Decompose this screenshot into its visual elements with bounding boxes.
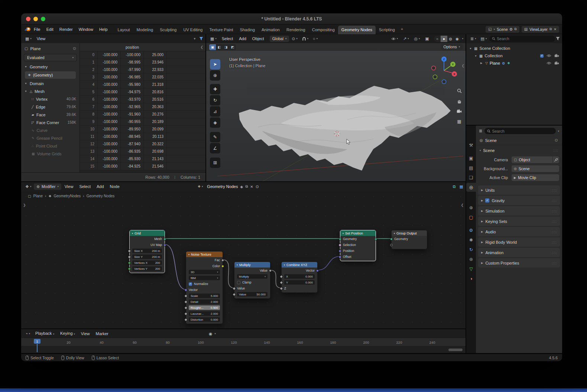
tool-transform[interactable]: ◈ bbox=[210, 117, 220, 128]
row-filter-icon[interactable]: ▼ bbox=[193, 37, 196, 41]
collapse-icon[interactable]: ▾ bbox=[343, 232, 344, 234]
select-mode-new[interactable]: ▣ bbox=[209, 44, 216, 50]
tab-uv-editing[interactable]: UV Editing bbox=[180, 26, 206, 34]
tab-modeling[interactable]: Modeling bbox=[133, 26, 157, 34]
geometry-component-button[interactable]: ❖ (Geometry) bbox=[25, 71, 76, 79]
options-dropdown[interactable]: Options▾ bbox=[441, 44, 463, 50]
tab-rendering[interactable]: Rendering bbox=[283, 26, 309, 34]
chevron-down-icon[interactable]: ▼ bbox=[469, 47, 472, 50]
add-menu[interactable]: Add bbox=[236, 34, 249, 43]
navigation-gizmo[interactable]: Z Y X bbox=[428, 54, 460, 86]
zoom-window-button[interactable] bbox=[41, 17, 45, 21]
outliner-scene-collection-row[interactable]: ▼ ▦ Scene Collection bbox=[466, 45, 562, 52]
move-view-icon[interactable] bbox=[457, 99, 462, 104]
tool-annotate[interactable]: ✎ bbox=[210, 132, 220, 142]
noise-type-dropdown[interactable]: fBM▾ bbox=[189, 276, 220, 280]
auto-keying-dropdown-icon[interactable]: ▾ bbox=[215, 332, 216, 335]
panel-grip-icon[interactable]: :::: bbox=[552, 230, 557, 234]
collapse-icon[interactable]: ▾ bbox=[132, 232, 133, 234]
value-field[interactable]: Value50.000 bbox=[237, 292, 267, 297]
node-tree-name[interactable]: Geometry Nodes bbox=[207, 184, 238, 189]
node-grid[interactable]: ▾ Grid Mesh UV Map Size X200 m Size Y200… bbox=[129, 230, 165, 273]
properties-nav-icon[interactable]: ≣ bbox=[479, 129, 482, 133]
type-grease-pencil[interactable]: ✎ Grease Pencil bbox=[21, 134, 80, 142]
scene-panel-header[interactable]: ▾ Scene :::: bbox=[476, 145, 562, 155]
node-combine-xyz[interactable]: ▾ Combine XYZ Vector X0.000 Y0.000 Z bbox=[281, 262, 318, 293]
shading-rendered[interactable]: ◉ bbox=[454, 36, 461, 42]
domain-face-corner[interactable]: ◸ Face Corner 158K bbox=[21, 119, 80, 126]
timeline-view-menu[interactable]: View bbox=[78, 329, 93, 338]
shading-solid[interactable]: ● bbox=[441, 36, 447, 42]
tab-sculpting[interactable]: Sculpting bbox=[156, 26, 180, 34]
browse-node-tree-button[interactable]: ❖▾ bbox=[196, 183, 205, 190]
node-grid-header[interactable]: ▾ Grid bbox=[130, 230, 165, 236]
unlink-node-tree-icon[interactable]: ✕ bbox=[250, 185, 253, 189]
search-input[interactable] bbox=[497, 36, 552, 41]
operation-dropdown[interactable]: Multiply▾ bbox=[237, 274, 267, 279]
active-clip-field[interactable]: ▶ Movie Clip bbox=[512, 174, 559, 181]
pin-icon[interactable]: ✪ bbox=[510, 27, 513, 31]
perspective-toggle-icon[interactable]: ▦ bbox=[457, 119, 461, 124]
xray-toggle[interactable]: ▣ bbox=[423, 35, 431, 42]
tab-scripting[interactable]: Scripting bbox=[376, 26, 398, 34]
tab-scene-properties[interactable]: ◎ bbox=[466, 183, 476, 192]
remove-viewlayer-icon[interactable]: ✕ bbox=[554, 27, 557, 31]
socket-color-output[interactable] bbox=[221, 265, 224, 268]
background-scene-field[interactable]: ◎ Scene bbox=[512, 165, 559, 172]
type-volume-grids[interactable]: ▦ Volume Grids bbox=[21, 150, 80, 158]
add-workspace-button[interactable]: + bbox=[398, 25, 406, 33]
menubar-item[interactable]: Render bbox=[56, 25, 76, 34]
outliner-object-row[interactable]: ▶ ▽ Plane ⚙ ❖ bbox=[466, 59, 562, 67]
editor-type-button[interactable]: ▦▾ bbox=[23, 35, 33, 42]
collapse-icon[interactable]: ▾ bbox=[284, 263, 285, 266]
panel-grip-icon[interactable]: :::: bbox=[552, 209, 557, 213]
tab-animation[interactable]: Animation bbox=[258, 26, 283, 34]
sidebar-toggle-icon[interactable]: ❮ bbox=[461, 64, 464, 68]
x-field[interactable]: X0.000 bbox=[284, 274, 315, 279]
panel-grip-icon[interactable]: :::: bbox=[553, 149, 558, 152]
detail-field[interactable]: Detail2.000 bbox=[189, 299, 220, 304]
panel-grip-icon[interactable]: :::: bbox=[552, 251, 557, 255]
tool-measure[interactable]: ∠ bbox=[210, 143, 220, 153]
properties-options-icon[interactable]: ▾ bbox=[558, 130, 559, 133]
node-group-output[interactable]: ▾ Group Output Geometry bbox=[391, 230, 427, 249]
breadcrumb-tree[interactable]: Geometry Nodes bbox=[87, 194, 115, 198]
auto-keying-icon[interactable]: ◉ bbox=[209, 331, 213, 336]
hide-eye-icon[interactable] bbox=[547, 54, 551, 58]
section-checkbox[interactable]: ✓ bbox=[485, 198, 489, 203]
socket-mesh-output[interactable] bbox=[163, 238, 166, 240]
timeline-scrollbar[interactable] bbox=[448, 349, 463, 351]
viewlayer-selector[interactable]: ▤ ViewLayer ⧉ ✕ bbox=[522, 26, 559, 33]
vertices-y-field[interactable]: Vertices Y200 bbox=[132, 266, 162, 271]
fake-user-icon[interactable]: ◈ bbox=[240, 185, 243, 189]
section-audio[interactable]: ▶ Audio :::: bbox=[478, 227, 560, 236]
socket-virtual-input[interactable] bbox=[390, 244, 393, 246]
domain-edge[interactable]: ╱ Edge 79.6K bbox=[21, 103, 80, 111]
keying-menu[interactable]: Keying ▾ bbox=[58, 329, 78, 338]
evaluation-mode-dropdown[interactable]: Evaluated ▾ bbox=[24, 54, 77, 61]
socket-geometry-input[interactable] bbox=[339, 238, 341, 240]
node-noise-texture[interactable]: ▾ Noise Texture Fac Color 3D▾ fBM▾ ✓Norm… bbox=[186, 251, 223, 324]
scene-selector[interactable]: ◱▾ Scene ✪ ⧉ bbox=[486, 26, 519, 33]
disable-render-icon[interactable] bbox=[554, 54, 559, 58]
socket-value-output[interactable] bbox=[269, 269, 272, 272]
editor-type-button[interactable]: ◔▾ bbox=[23, 330, 32, 337]
roughness-field[interactable]: Roughn...0.500 bbox=[189, 305, 220, 310]
select-menu[interactable]: Select bbox=[219, 34, 236, 43]
camera-object-field[interactable]: ▢ Object bbox=[512, 156, 552, 163]
panel-grip-icon[interactable]: :::: bbox=[552, 188, 557, 192]
zoom-view-icon[interactable] bbox=[457, 88, 462, 93]
copy-node-tree-icon[interactable]: ⧉ bbox=[245, 184, 248, 189]
panel-grip-icon[interactable]: :::: bbox=[552, 220, 557, 223]
playback-menu[interactable]: Playback ▾ bbox=[33, 329, 57, 338]
tool-rotate[interactable]: ↻ bbox=[210, 95, 220, 106]
tab-texture-paint[interactable]: Texture Paint bbox=[206, 26, 236, 34]
dataset-object-row[interactable]: ▢ Plane ⊙ bbox=[21, 45, 80, 52]
tab-world-properties[interactable]: ⊕ bbox=[467, 203, 476, 212]
section-gravity[interactable]: ▶ ✓ Gravity :::: bbox=[478, 196, 560, 205]
sidebar-toggle-icon[interactable]: ❮ bbox=[200, 45, 203, 49]
node-node-menu[interactable]: Node bbox=[107, 182, 122, 191]
transform-orientation-dropdown[interactable]: Global▾ bbox=[270, 36, 289, 42]
tab-material-properties[interactable]: ◑ bbox=[467, 274, 476, 283]
tab-viewlayer-properties[interactable]: ❏ bbox=[467, 173, 476, 182]
